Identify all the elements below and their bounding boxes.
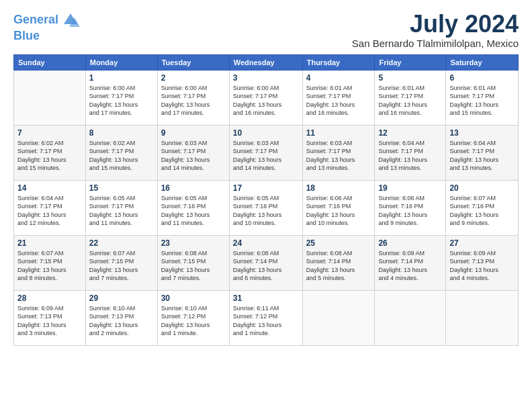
day-info: Sunrise: 6:09 AM Sunset: 7:13 PM Dayligh… bbox=[17, 304, 82, 338]
day-info: Sunrise: 6:01 AM Sunset: 7:17 PM Dayligh… bbox=[306, 84, 371, 118]
calendar-cell: 2Sunrise: 6:00 AM Sunset: 7:17 PM Daylig… bbox=[157, 70, 229, 125]
calendar-cell: 26Sunrise: 6:09 AM Sunset: 7:14 PM Dayli… bbox=[375, 235, 446, 290]
calendar-body: 1Sunrise: 6:00 AM Sunset: 7:17 PM Daylig… bbox=[14, 70, 519, 345]
day-number: 15 bbox=[89, 183, 154, 193]
calendar-cell: 24Sunrise: 6:08 AM Sunset: 7:14 PM Dayli… bbox=[229, 235, 302, 290]
day-info: Sunrise: 6:02 AM Sunset: 7:17 PM Dayligh… bbox=[17, 139, 82, 173]
calendar-cell: 20Sunrise: 6:07 AM Sunset: 7:16 PM Dayli… bbox=[446, 180, 519, 235]
calendar-cell: 1Sunrise: 6:00 AM Sunset: 7:17 PM Daylig… bbox=[85, 70, 157, 125]
calendar-cell: 5Sunrise: 6:01 AM Sunset: 7:17 PM Daylig… bbox=[375, 70, 446, 125]
calendar-cell: 17Sunrise: 6:05 AM Sunset: 7:16 PM Dayli… bbox=[229, 180, 302, 235]
day-info: Sunrise: 6:00 AM Sunset: 7:17 PM Dayligh… bbox=[233, 84, 299, 118]
day-number: 5 bbox=[378, 73, 442, 83]
day-number: 14 bbox=[17, 183, 82, 193]
calendar-cell: 6Sunrise: 6:01 AM Sunset: 7:17 PM Daylig… bbox=[446, 70, 519, 125]
calendar-cell: 23Sunrise: 6:08 AM Sunset: 7:15 PM Dayli… bbox=[157, 235, 229, 290]
logo-icon bbox=[61, 11, 80, 30]
day-info: Sunrise: 6:05 AM Sunset: 7:16 PM Dayligh… bbox=[161, 194, 226, 228]
day-info: Sunrise: 6:10 AM Sunset: 7:13 PM Dayligh… bbox=[89, 304, 154, 338]
calendar-week-1: 1Sunrise: 6:00 AM Sunset: 7:17 PM Daylig… bbox=[14, 70, 519, 125]
col-monday: Monday bbox=[85, 54, 157, 70]
col-wednesday: Wednesday bbox=[229, 54, 302, 70]
day-number: 4 bbox=[306, 73, 371, 83]
day-number: 22 bbox=[89, 238, 154, 248]
calendar-cell: 25Sunrise: 6:08 AM Sunset: 7:14 PM Dayli… bbox=[302, 235, 375, 290]
col-sunday: Sunday bbox=[14, 54, 86, 70]
calendar-week-5: 28Sunrise: 6:09 AM Sunset: 7:13 PM Dayli… bbox=[14, 290, 519, 345]
logo-text: General bbox=[13, 13, 58, 27]
calendar-cell: 16Sunrise: 6:05 AM Sunset: 7:16 PM Dayli… bbox=[157, 180, 229, 235]
day-info: Sunrise: 6:00 AM Sunset: 7:17 PM Dayligh… bbox=[89, 84, 154, 118]
calendar-cell: 31Sunrise: 6:11 AM Sunset: 7:12 PM Dayli… bbox=[229, 290, 302, 345]
day-info: Sunrise: 6:04 AM Sunset: 7:17 PM Dayligh… bbox=[378, 139, 442, 173]
day-number: 11 bbox=[306, 128, 371, 138]
main-title: July 2024 bbox=[352, 11, 519, 38]
day-info: Sunrise: 6:09 AM Sunset: 7:13 PM Dayligh… bbox=[449, 249, 515, 283]
day-number: 28 bbox=[17, 293, 82, 303]
day-number: 18 bbox=[306, 183, 371, 193]
col-saturday: Saturday bbox=[446, 54, 519, 70]
calendar-cell: 12Sunrise: 6:04 AM Sunset: 7:17 PM Dayli… bbox=[375, 125, 446, 180]
calendar-cell: 4Sunrise: 6:01 AM Sunset: 7:17 PM Daylig… bbox=[302, 70, 375, 125]
logo-general: General bbox=[13, 13, 58, 26]
day-info: Sunrise: 6:00 AM Sunset: 7:17 PM Dayligh… bbox=[161, 84, 226, 118]
calendar-cell: 7Sunrise: 6:02 AM Sunset: 7:17 PM Daylig… bbox=[14, 125, 86, 180]
day-info: Sunrise: 6:03 AM Sunset: 7:17 PM Dayligh… bbox=[233, 139, 299, 173]
day-info: Sunrise: 6:05 AM Sunset: 7:17 PM Dayligh… bbox=[89, 194, 154, 228]
day-info: Sunrise: 6:11 AM Sunset: 7:12 PM Dayligh… bbox=[233, 304, 299, 338]
day-number: 2 bbox=[161, 73, 226, 83]
logo-blue: Blue bbox=[13, 30, 80, 43]
calendar-cell: 19Sunrise: 6:06 AM Sunset: 7:16 PM Dayli… bbox=[375, 180, 446, 235]
day-info: Sunrise: 6:01 AM Sunset: 7:17 PM Dayligh… bbox=[449, 84, 515, 118]
calendar-week-4: 21Sunrise: 6:07 AM Sunset: 7:15 PM Dayli… bbox=[14, 235, 519, 290]
day-number: 25 bbox=[306, 238, 371, 248]
page: General Blue July 2024 San Bernardo Tlal… bbox=[0, 0, 532, 411]
calendar-cell bbox=[375, 290, 446, 345]
day-info: Sunrise: 6:08 AM Sunset: 7:15 PM Dayligh… bbox=[161, 249, 226, 283]
calendar-table: Sunday Monday Tuesday Wednesday Thursday… bbox=[13, 54, 519, 346]
day-number: 21 bbox=[17, 238, 82, 248]
day-number: 6 bbox=[449, 73, 515, 83]
day-info: Sunrise: 6:04 AM Sunset: 7:17 PM Dayligh… bbox=[17, 194, 82, 228]
day-number: 27 bbox=[449, 238, 515, 248]
day-info: Sunrise: 6:05 AM Sunset: 7:16 PM Dayligh… bbox=[233, 194, 299, 228]
day-number: 31 bbox=[233, 293, 299, 303]
day-info: Sunrise: 6:03 AM Sunset: 7:17 PM Dayligh… bbox=[306, 139, 371, 173]
day-number: 29 bbox=[89, 293, 154, 303]
day-number: 10 bbox=[233, 128, 299, 138]
day-info: Sunrise: 6:04 AM Sunset: 7:17 PM Dayligh… bbox=[449, 139, 515, 173]
day-number: 24 bbox=[233, 238, 299, 248]
day-info: Sunrise: 6:08 AM Sunset: 7:14 PM Dayligh… bbox=[233, 249, 299, 283]
day-info: Sunrise: 6:06 AM Sunset: 7:16 PM Dayligh… bbox=[378, 194, 442, 228]
day-number: 7 bbox=[17, 128, 82, 138]
calendar-cell bbox=[302, 290, 375, 345]
calendar-cell bbox=[14, 70, 86, 125]
col-friday: Friday bbox=[375, 54, 446, 70]
calendar-week-3: 14Sunrise: 6:04 AM Sunset: 7:17 PM Dayli… bbox=[14, 180, 519, 235]
day-info: Sunrise: 6:07 AM Sunset: 7:16 PM Dayligh… bbox=[449, 194, 515, 228]
logo: General Blue bbox=[13, 11, 80, 43]
col-thursday: Thursday bbox=[302, 54, 375, 70]
day-number: 8 bbox=[89, 128, 154, 138]
day-info: Sunrise: 6:09 AM Sunset: 7:14 PM Dayligh… bbox=[378, 249, 442, 283]
calendar-cell bbox=[446, 290, 519, 345]
day-number: 23 bbox=[161, 238, 226, 248]
day-number: 9 bbox=[161, 128, 226, 138]
calendar-cell: 8Sunrise: 6:02 AM Sunset: 7:17 PM Daylig… bbox=[85, 125, 157, 180]
calendar-cell: 9Sunrise: 6:03 AM Sunset: 7:17 PM Daylig… bbox=[157, 125, 229, 180]
day-info: Sunrise: 6:06 AM Sunset: 7:16 PM Dayligh… bbox=[306, 194, 371, 228]
calendar-cell: 10Sunrise: 6:03 AM Sunset: 7:17 PM Dayli… bbox=[229, 125, 302, 180]
day-info: Sunrise: 6:01 AM Sunset: 7:17 PM Dayligh… bbox=[378, 84, 442, 118]
calendar-week-2: 7Sunrise: 6:02 AM Sunset: 7:17 PM Daylig… bbox=[14, 125, 519, 180]
day-number: 20 bbox=[449, 183, 515, 193]
subtitle: San Bernardo Tlalmimilolpan, Mexico bbox=[352, 38, 519, 49]
calendar-cell: 22Sunrise: 6:07 AM Sunset: 7:15 PM Dayli… bbox=[85, 235, 157, 290]
day-number: 16 bbox=[161, 183, 226, 193]
calendar-cell: 3Sunrise: 6:00 AM Sunset: 7:17 PM Daylig… bbox=[229, 70, 302, 125]
calendar-cell: 13Sunrise: 6:04 AM Sunset: 7:17 PM Dayli… bbox=[446, 125, 519, 180]
day-number: 30 bbox=[161, 293, 226, 303]
calendar-cell: 29Sunrise: 6:10 AM Sunset: 7:13 PM Dayli… bbox=[85, 290, 157, 345]
header-row: Sunday Monday Tuesday Wednesday Thursday… bbox=[14, 54, 519, 70]
day-number: 3 bbox=[233, 73, 299, 83]
day-number: 12 bbox=[378, 128, 442, 138]
